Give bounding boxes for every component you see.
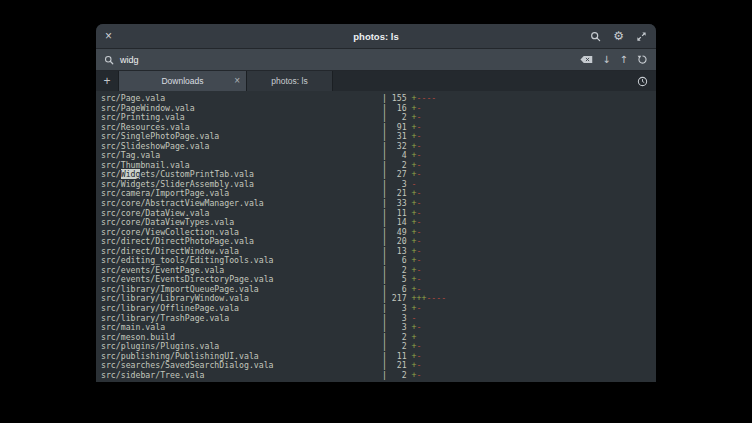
diff-del-mark: - [417,351,422,361]
diff-del-mark: - [431,93,436,103]
diff-del-mark: - [417,227,422,237]
terminal-row: src/sidebar/Tree.vala | 2 +- [101,371,656,381]
diff-del-mark: - [417,188,422,198]
diff-del-mark: - [417,169,422,179]
window-close-button[interactable]: × [105,30,112,42]
diff-del-mark: - [417,265,422,275]
clear-search-icon[interactable] [580,55,593,64]
fullscreen-icon[interactable] [636,31,647,42]
search-match-highlight: Widg [121,169,141,179]
diff-del-mark: - [417,360,422,370]
diff-del-mark: - [417,122,422,132]
history-clock-icon[interactable] [637,76,648,87]
terminal-output[interactable]: src/Page.vala | 155 +----src/PageWindow.… [96,91,656,382]
search-query-text: widg [120,55,139,65]
settings-gear-icon[interactable]: ⚙ [613,30,624,42]
diff-del-mark: - [412,179,417,189]
diff-del-mark: - [417,284,422,294]
diff-del-mark: - [417,208,422,218]
diff-del-mark: - [417,160,422,170]
diff-del-mark: - [441,293,446,303]
new-tab-button[interactable]: + [96,71,119,91]
search-input[interactable]: widg [120,49,574,70]
diff-del-mark: - [417,131,422,141]
diff-del-mark: - [417,341,422,351]
diff-del-mark: - [417,141,422,151]
search-icon[interactable] [590,31,601,42]
tab-photos[interactable]: photos: ls [247,71,333,91]
tab-downloads[interactable]: Downloads × [119,71,247,91]
search-bar: widg ↓ ↑ [96,49,656,71]
diff-del-mark: - [417,150,422,160]
diff-del-mark: - [417,255,422,265]
find-previous-icon[interactable]: ↑ [620,55,628,65]
tab-close-icon[interactable]: × [234,76,240,86]
titlebar[interactable]: × photos: ls ⚙ [96,24,656,49]
diff-del-mark: - [417,198,422,208]
diff-del-mark: - [412,313,417,323]
diff-add-mark: + [412,332,417,342]
terminal-window: × photos: ls ⚙ widg ↓ ↑ [96,24,656,382]
search-field-icon [104,55,114,65]
tab-bar: + Downloads × photos: ls [96,71,656,91]
wrap-around-icon[interactable] [637,54,648,65]
diff-del-mark: - [417,103,422,113]
diff-del-mark: - [417,217,422,227]
diff-del-mark: - [416,370,421,380]
tab-label: photos: ls [271,76,307,86]
diff-del-mark: - [417,303,422,313]
diff-del-mark: - [417,112,422,122]
window-title: photos: ls [96,31,656,42]
diff-del-mark: - [417,246,422,256]
tab-label: Downloads [161,76,203,86]
diff-del-mark: - [417,236,422,246]
find-next-icon[interactable]: ↓ [602,55,610,65]
diff-del-mark: - [417,322,422,332]
diff-del-mark: - [417,274,422,284]
